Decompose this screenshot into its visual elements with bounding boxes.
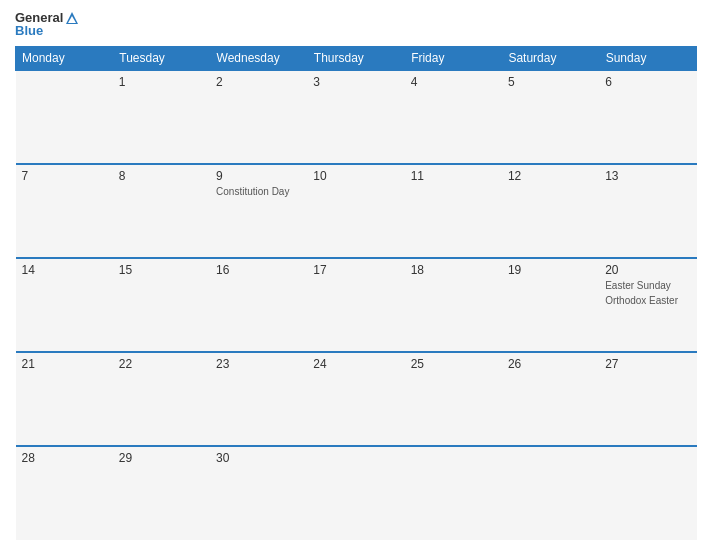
day-cell: 8 — [113, 164, 210, 258]
day-cell: 12 — [502, 164, 599, 258]
day-number: 10 — [313, 169, 398, 183]
day-cell: 22 — [113, 352, 210, 446]
col-header-sunday: Sunday — [599, 47, 696, 71]
day-cell: 15 — [113, 258, 210, 352]
day-cell: 28 — [16, 446, 113, 540]
day-number: 14 — [22, 263, 107, 277]
day-cell: 4 — [405, 70, 502, 164]
day-cell: 2 — [210, 70, 307, 164]
event-label: Easter Sunday — [605, 279, 690, 292]
day-cell: 20Easter SundayOrthodox Easter — [599, 258, 696, 352]
week-row-4: 21222324252627 — [16, 352, 697, 446]
day-cell: 17 — [307, 258, 404, 352]
day-number: 18 — [411, 263, 496, 277]
col-header-tuesday: Tuesday — [113, 47, 210, 71]
event-label: Constitution Day — [216, 185, 301, 198]
day-cell: 19 — [502, 258, 599, 352]
day-number: 28 — [22, 451, 107, 465]
day-number: 8 — [119, 169, 204, 183]
day-number: 26 — [508, 357, 593, 371]
day-number: 7 — [22, 169, 107, 183]
day-number: 13 — [605, 169, 690, 183]
day-number: 5 — [508, 75, 593, 89]
day-cell: 27 — [599, 352, 696, 446]
calendar-table: MondayTuesdayWednesdayThursdayFridaySatu… — [15, 46, 697, 540]
day-number: 25 — [411, 357, 496, 371]
day-cell — [307, 446, 404, 540]
day-number: 3 — [313, 75, 398, 89]
day-cell: 29 — [113, 446, 210, 540]
logo-triangle-icon — [65, 11, 79, 25]
day-cell: 11 — [405, 164, 502, 258]
day-cell: 7 — [16, 164, 113, 258]
day-cell: 21 — [16, 352, 113, 446]
week-row-1: 123456 — [16, 70, 697, 164]
week-row-5: 282930 — [16, 446, 697, 540]
col-header-monday: Monday — [16, 47, 113, 71]
day-cell: 18 — [405, 258, 502, 352]
day-number: 16 — [216, 263, 301, 277]
day-cell: 24 — [307, 352, 404, 446]
day-cell: 13 — [599, 164, 696, 258]
day-cell: 16 — [210, 258, 307, 352]
event-label: Orthodox Easter — [605, 294, 690, 307]
header-row: MondayTuesdayWednesdayThursdayFridaySatu… — [16, 47, 697, 71]
calendar-page: General Blue MondayTuesdayWednesdayThurs… — [0, 0, 712, 550]
day-number: 27 — [605, 357, 690, 371]
day-number: 24 — [313, 357, 398, 371]
logo: General Blue — [15, 10, 79, 38]
day-cell — [599, 446, 696, 540]
day-number: 9 — [216, 169, 301, 183]
day-number: 12 — [508, 169, 593, 183]
day-cell: 3 — [307, 70, 404, 164]
week-row-2: 789Constitution Day10111213 — [16, 164, 697, 258]
day-number: 19 — [508, 263, 593, 277]
day-cell: 26 — [502, 352, 599, 446]
day-number: 23 — [216, 357, 301, 371]
week-row-3: 14151617181920Easter SundayOrthodox East… — [16, 258, 697, 352]
day-cell: 10 — [307, 164, 404, 258]
day-number: 21 — [22, 357, 107, 371]
day-cell: 30 — [210, 446, 307, 540]
day-number: 29 — [119, 451, 204, 465]
day-number: 11 — [411, 169, 496, 183]
day-cell — [502, 446, 599, 540]
day-number: 4 — [411, 75, 496, 89]
col-header-friday: Friday — [405, 47, 502, 71]
day-number: 1 — [119, 75, 204, 89]
logo-text-blue: Blue — [15, 23, 43, 38]
col-header-wednesday: Wednesday — [210, 47, 307, 71]
day-number: 6 — [605, 75, 690, 89]
day-cell: 1 — [113, 70, 210, 164]
day-cell: 5 — [502, 70, 599, 164]
day-cell: 23 — [210, 352, 307, 446]
day-cell: 6 — [599, 70, 696, 164]
col-header-thursday: Thursday — [307, 47, 404, 71]
day-number: 2 — [216, 75, 301, 89]
day-cell: 14 — [16, 258, 113, 352]
day-number: 17 — [313, 263, 398, 277]
day-cell — [405, 446, 502, 540]
day-cell — [16, 70, 113, 164]
day-number: 30 — [216, 451, 301, 465]
day-cell: 9Constitution Day — [210, 164, 307, 258]
col-header-saturday: Saturday — [502, 47, 599, 71]
day-number: 20 — [605, 263, 690, 277]
day-number: 22 — [119, 357, 204, 371]
day-number: 15 — [119, 263, 204, 277]
calendar-header: General Blue — [15, 10, 697, 38]
day-cell: 25 — [405, 352, 502, 446]
